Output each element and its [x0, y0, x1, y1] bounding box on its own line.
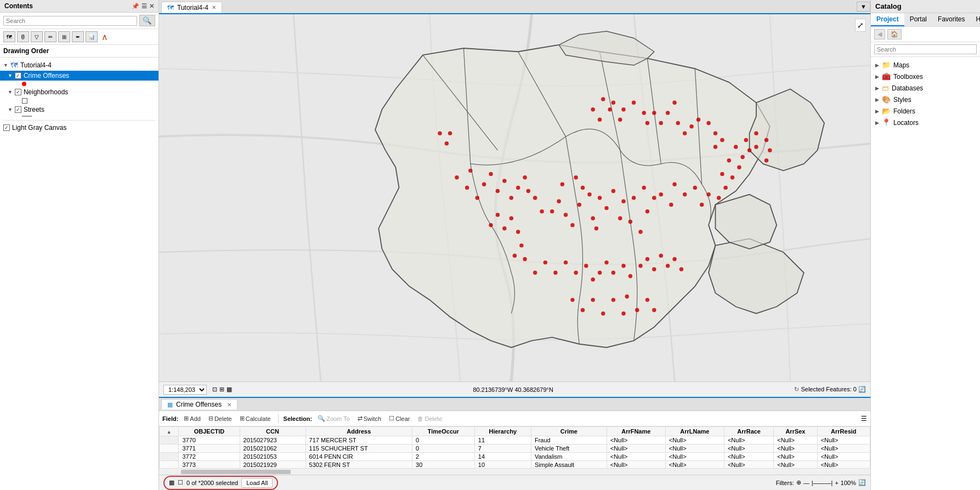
- catalog-tab-project[interactable]: Project: [871, 13, 904, 26]
- panel-header-icons: 📌 ☰ ✕: [132, 3, 154, 10]
- catalog-tab-portal[interactable]: Portal: [904, 13, 932, 26]
- cell-arrresid: <Null>: [817, 436, 870, 445]
- expand-databases-arrow: ▶: [875, 86, 879, 91]
- attr-tab-close[interactable]: ✕: [227, 402, 231, 408]
- table-row[interactable]: 3770 2015027923 717 MERCER ST 0 11 Fraud…: [160, 436, 870, 445]
- horizontal-scrollbar[interactable]: [159, 468, 870, 475]
- col-crime[interactable]: Crime: [531, 427, 607, 436]
- contents-search-input[interactable]: [3, 16, 137, 26]
- catalog-search-input[interactable]: [874, 44, 977, 54]
- checkbox-neighborhoods[interactable]: [15, 89, 21, 95]
- sort-col[interactable]: ▲: [160, 427, 179, 436]
- catalog-item-styles[interactable]: ▶ 🎨 Styles: [871, 94, 980, 105]
- load-all-button[interactable]: Load All: [241, 478, 273, 488]
- switch-selection-button[interactable]: ⇄ Switch: [355, 414, 383, 423]
- svg-point-8: [557, 199, 560, 203]
- col-timeoccur[interactable]: TimeOccur: [412, 427, 475, 436]
- cell-arrfname: <Null>: [607, 461, 665, 469]
- extent-icon[interactable]: ⊡: [212, 386, 217, 393]
- checkbox-streets[interactable]: [15, 106, 21, 113]
- menu-icon[interactable]: ☰: [141, 3, 147, 10]
- table-icon[interactable]: ▦: [226, 386, 232, 393]
- refresh-icon[interactable]: ↻: [794, 386, 799, 392]
- table-row[interactable]: 3771 2015021062 115 SCHUCHERT ST 0 7 Veh…: [160, 445, 870, 453]
- streets-line-symbol: [22, 116, 32, 117]
- scroll-thumb-h[interactable]: [181, 470, 291, 474]
- pin-icon[interactable]: 📌: [132, 3, 139, 10]
- catalog-item-maps[interactable]: ▶ 📁 Maps: [871, 59, 980, 71]
- toolbar-icon-6[interactable]: ✒: [72, 31, 84, 42]
- checkbox-light-gray-canvas[interactable]: [3, 124, 10, 131]
- expand-icon[interactable]: ⤢: [857, 21, 864, 30]
- toolbar-icon-8[interactable]: ∧: [101, 32, 108, 42]
- catalog-item-toolboxes[interactable]: ▶ 🧰 Toolboxes: [871, 71, 980, 82]
- table-row[interactable]: 3773 2015021929 5302 FERN ST 30 10 Simpl…: [160, 461, 870, 469]
- col-arrlname[interactable]: ArrLName: [665, 427, 724, 436]
- attr-table-options[interactable]: ☰: [861, 415, 867, 423]
- filter-icon[interactable]: ⊕: [796, 479, 801, 486]
- svg-point-4: [598, 196, 602, 200]
- catalog-item-locators[interactable]: ▶ 📍 Locators: [871, 117, 980, 128]
- attribute-table[interactable]: ▲ OBJECTID CCN Address TimeOccur Hierarc…: [159, 426, 870, 468]
- catalog-item-databases[interactable]: ▶ 🗃 Databases: [871, 82, 980, 94]
- scale-icon[interactable]: ⊞: [219, 386, 224, 393]
- col-hierarchy[interactable]: Hierarchy: [474, 427, 531, 436]
- tab-dropdown[interactable]: ▼: [857, 2, 870, 12]
- svg-point-23: [638, 230, 642, 233]
- col-arrsex[interactable]: ArrSex: [774, 427, 817, 436]
- catalog-tab-history[interactable]: History: [970, 13, 980, 26]
- attr-toolbar: Field: ⊞ Add ⊟ Delete ⊞ Calculate Select…: [159, 411, 870, 426]
- col-address[interactable]: Address: [305, 427, 412, 436]
- maps-label: Maps: [893, 61, 909, 69]
- attr-statusbar: ▦ ☐ 0 of *2000 selected Load All Filters…: [159, 475, 870, 490]
- delete-field-icon: ⊟: [208, 415, 213, 422]
- toolbar-icon-3[interactable]: ▽: [31, 31, 43, 42]
- table-row[interactable]: 3772 2015021053 6014 PENN CIR 2 14 Vanda…: [160, 453, 870, 461]
- layer-crime-offenses[interactable]: ▼ Crime Offenses: [0, 71, 158, 81]
- delete-field-button[interactable]: ⊟ Delete: [206, 414, 234, 423]
- filters-label: Filters:: [776, 480, 794, 486]
- close-icon[interactable]: ✕: [149, 3, 154, 10]
- layer-neighborhoods[interactable]: ▼ Neighborhoods: [0, 87, 158, 97]
- layer-streets[interactable]: ▼ Streets: [0, 105, 158, 115]
- catalog-back-button[interactable]: ◀: [874, 29, 885, 39]
- map-tab-close[interactable]: ✕: [212, 4, 216, 10]
- col-objectid[interactable]: OBJECTID: [179, 427, 240, 436]
- col-arrrace[interactable]: ArrRace: [724, 427, 773, 436]
- toolboxes-label: Toolboxes: [893, 73, 923, 81]
- expand-folders-arrow: ▶: [875, 109, 879, 114]
- catalog-forward-button[interactable]: 🏠: [887, 29, 902, 39]
- attr-tab-crime-offenses[interactable]: ▦ Crime Offenses ✕: [161, 399, 237, 409]
- scale-dropdown[interactable]: 1:148,203: [163, 385, 207, 395]
- contents-search-button[interactable]: 🔍: [139, 15, 155, 26]
- toolbar-icon-1[interactable]: 🗺: [3, 31, 15, 42]
- delete-rows-button[interactable]: 🗑 Delete: [415, 415, 444, 423]
- add-field-icon: ⊞: [184, 415, 189, 422]
- catalog-item-folders[interactable]: ▶ 📂 Folders: [871, 105, 980, 117]
- toolbar-icon-7[interactable]: 📊: [86, 31, 98, 42]
- calculate-field-button[interactable]: ⊞ Calculate: [237, 414, 273, 423]
- toolbar-icon-2[interactable]: 🛢: [17, 31, 29, 42]
- attr-tab-label: Crime Offenses: [176, 401, 222, 408]
- map-tab-tutorial4-4[interactable]: 🗺 Tutorial4-4 ✕: [161, 2, 222, 13]
- col-arrfname[interactable]: ArrFName: [607, 427, 665, 436]
- layer-tutorial4-4[interactable]: ▼ 🗺 Tutorial4-4: [0, 60, 158, 71]
- col-ccn[interactable]: CCN: [240, 427, 305, 436]
- zoom-to-button[interactable]: 🔍 Zoom To: [315, 414, 352, 423]
- svg-point-33: [723, 186, 727, 190]
- zoom-slider[interactable]: |———|: [812, 480, 833, 486]
- refresh-table-icon[interactable]: 🔄: [858, 479, 866, 486]
- layer-light-gray-canvas[interactable]: Light Gray Canvas: [0, 123, 158, 133]
- map-view[interactable]: ⤢: [159, 14, 870, 381]
- refresh2-icon[interactable]: 🔄: [858, 386, 866, 392]
- clear-selection-button[interactable]: ☐ Clear: [387, 414, 412, 423]
- svg-point-43: [754, 131, 758, 135]
- add-field-button[interactable]: ⊞ Add: [182, 414, 203, 423]
- checkbox-crime-offenses[interactable]: [15, 72, 21, 79]
- map-tools[interactable]: ⤢: [855, 19, 866, 32]
- filter-area: Filters: ⊕ — |———| + 100% 🔄: [776, 479, 866, 486]
- col-arrresid[interactable]: ArrResid: [817, 427, 870, 436]
- toolbar-icon-4[interactable]: ✏: [44, 31, 56, 42]
- catalog-tab-favorites[interactable]: Favorites: [932, 13, 970, 26]
- toolbar-icon-5[interactable]: ⊞: [58, 31, 70, 42]
